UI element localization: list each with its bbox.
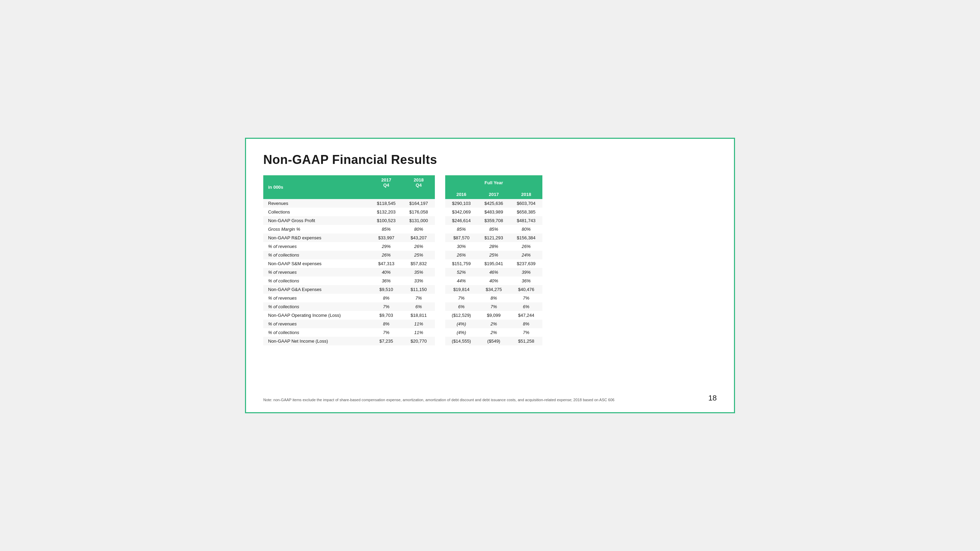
row-val1: 7%	[370, 328, 402, 337]
row-label: % of collections	[263, 276, 370, 285]
row-spacer	[435, 311, 445, 319]
row-val5: 36%	[510, 276, 542, 285]
row-val4: $9,099	[477, 311, 510, 319]
footnote: Note: non-GAAP items exclude the impact …	[263, 397, 614, 403]
table-row: Non-GAAP Gross Profit $100,523 $131,000 …	[263, 216, 542, 225]
row-label: % of collections	[263, 251, 370, 259]
row-val3: ($12,529)	[445, 311, 477, 319]
row-val2: 6%	[402, 302, 435, 311]
row-val4: 2%	[477, 328, 510, 337]
row-val3: $19,814	[445, 285, 477, 294]
row-val5: 39%	[510, 268, 542, 276]
row-val2: $176,058	[402, 208, 435, 216]
row-val2: 35%	[402, 268, 435, 276]
row-val4: $34,275	[477, 285, 510, 294]
page-number: 18	[708, 394, 717, 403]
row-spacer	[435, 319, 445, 328]
row-val5: $47,244	[510, 311, 542, 319]
row-label: Non-GAAP S&M expenses	[263, 259, 370, 268]
row-val2: 26%	[402, 242, 435, 251]
row-label: % of collections	[263, 328, 370, 337]
row-label: Non-GAAP Operating Income (Loss)	[263, 311, 370, 319]
row-label: Non-GAAP G&A Expenses	[263, 285, 370, 294]
financial-table: in 000s 2017Q4 2018Q4 Full Year 2016 201…	[263, 175, 542, 345]
row-val3: $151,759	[445, 259, 477, 268]
row-val5: $481,743	[510, 216, 542, 225]
row-val4: 40%	[477, 276, 510, 285]
row-val2: 11%	[402, 328, 435, 337]
row-val2: $164,197	[402, 199, 435, 208]
table-row: Non-GAAP R&D expenses $33,997 $43,207 $8…	[263, 233, 542, 242]
row-val2: $18,811	[402, 311, 435, 319]
row-val3: 7%	[445, 294, 477, 302]
table-row: % of revenues 8% 7% 7% 8% 7%	[263, 294, 542, 302]
row-val5: $658,385	[510, 208, 542, 216]
row-val4: $121,293	[477, 233, 510, 242]
row-spacer	[435, 251, 445, 259]
table-header-top: in 000s 2017Q4 2018Q4 Full Year	[263, 175, 542, 190]
table-row: Non-GAAP G&A Expenses $9,510 $11,150 $19…	[263, 285, 542, 294]
header-full-year: Full Year	[445, 175, 542, 190]
row-val5: $156,384	[510, 233, 542, 242]
row-val1: $132,203	[370, 208, 402, 216]
row-val4: $195,041	[477, 259, 510, 268]
row-label: Revenues	[263, 199, 370, 208]
row-val1: $7,235	[370, 337, 402, 345]
row-val1: $47,313	[370, 259, 402, 268]
row-label: Non-GAAP R&D expenses	[263, 233, 370, 242]
header-fy-2016: 2016	[445, 190, 477, 199]
row-val5: 6%	[510, 302, 542, 311]
table-row: Gross Margin % 85% 80% 85% 85% 80%	[263, 225, 542, 233]
row-val3: 85%	[445, 225, 477, 233]
row-spacer	[435, 285, 445, 294]
table-row: % of collections 7% 6% 6% 7% 6%	[263, 302, 542, 311]
row-val1: 8%	[370, 319, 402, 328]
slide: Non-GAAP Financial Results in 000s 2017Q…	[245, 138, 735, 413]
row-label: % of collections	[263, 302, 370, 311]
row-spacer	[435, 242, 445, 251]
row-spacer	[435, 337, 445, 345]
row-val3: $342,069	[445, 208, 477, 216]
table-row: % of collections 7% 11% (4%) 2% 7%	[263, 328, 542, 337]
row-label: Gross Margin %	[263, 225, 370, 233]
row-label: % of revenues	[263, 294, 370, 302]
row-spacer	[435, 268, 445, 276]
row-spacer	[435, 199, 445, 208]
row-val4: $359,708	[477, 216, 510, 225]
row-val3: 52%	[445, 268, 477, 276]
table-wrapper: in 000s 2017Q4 2018Q4 Full Year 2016 201…	[263, 175, 717, 345]
row-val5: $51,258	[510, 337, 542, 345]
table-row: % of revenues 29% 26% 30% 28% 26%	[263, 242, 542, 251]
row-val3: (4%)	[445, 328, 477, 337]
row-val4: 8%	[477, 294, 510, 302]
row-spacer	[435, 208, 445, 216]
row-spacer	[435, 225, 445, 233]
row-spacer	[435, 276, 445, 285]
row-val2: 80%	[402, 225, 435, 233]
row-val1: $118,545	[370, 199, 402, 208]
row-label: Non-GAAP Net Income (Loss)	[263, 337, 370, 345]
row-spacer	[435, 233, 445, 242]
row-val5: $603,704	[510, 199, 542, 208]
row-val4: 28%	[477, 242, 510, 251]
row-val1: 26%	[370, 251, 402, 259]
header-q4-2018: 2018Q4	[402, 175, 435, 190]
table-row: Non-GAAP Net Income (Loss) $7,235 $20,77…	[263, 337, 542, 345]
header-spacer	[435, 175, 445, 199]
row-val3: 6%	[445, 302, 477, 311]
row-val2: $131,000	[402, 216, 435, 225]
header-fy-2018: 2018	[510, 190, 542, 199]
row-val1: $9,703	[370, 311, 402, 319]
row-label: % of revenues	[263, 268, 370, 276]
row-val5: 24%	[510, 251, 542, 259]
row-val2: $57,832	[402, 259, 435, 268]
row-val3: 26%	[445, 251, 477, 259]
row-val4: 85%	[477, 225, 510, 233]
row-val3: (4%)	[445, 319, 477, 328]
header-label: in 000s	[263, 175, 370, 199]
row-spacer	[435, 302, 445, 311]
row-label: % of revenues	[263, 319, 370, 328]
row-val1: $33,997	[370, 233, 402, 242]
row-val3: $246,614	[445, 216, 477, 225]
row-val5: 26%	[510, 242, 542, 251]
